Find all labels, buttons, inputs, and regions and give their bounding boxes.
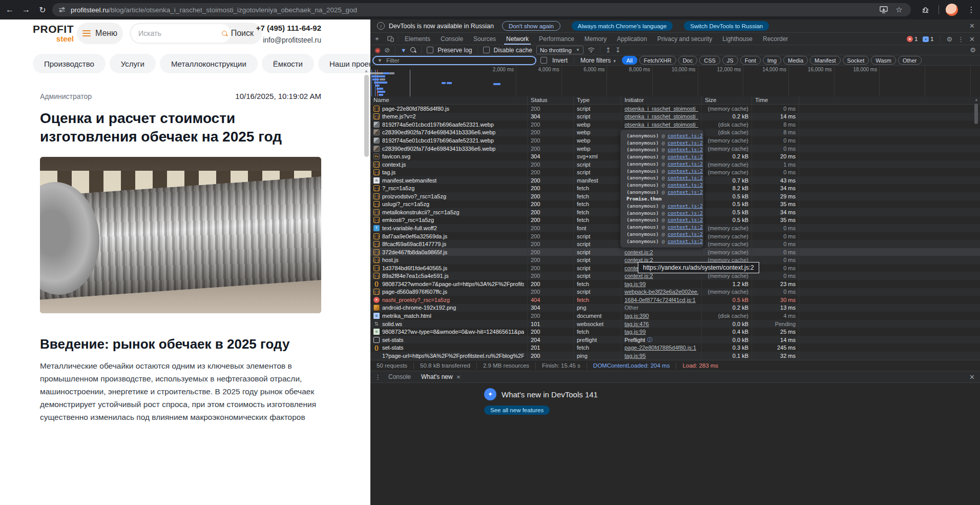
network-request-row[interactable]: {··}theme.js?v=2304scriptotsenka_i_rasch… (370, 113, 980, 121)
nav-item[interactable]: Ёмкости (262, 54, 314, 73)
tab-recorder[interactable]: Recorder (758, 33, 793, 45)
match-language-button[interactable]: Always match Chrome's language (572, 21, 673, 31)
device-toolbar-icon[interactable] (384, 33, 397, 45)
chip-doc[interactable]: Doc (678, 56, 698, 65)
nav-item[interactable]: Металлоконструкции (160, 54, 258, 73)
page-scrollbar[interactable] (364, 75, 369, 157)
stack-frame-link[interactable]: context.js:2 (668, 140, 703, 146)
stack-frame-link[interactable]: context.js:2 (668, 168, 703, 174)
initiator-link[interactable]: webpack-be3f23e6a2e002ee.js:1 (624, 289, 698, 295)
chip-fetch-xhr[interactable]: Fetch/XHR (639, 56, 676, 65)
tab-lighthouse[interactable]: Lighthouse (717, 33, 758, 45)
chip-manifest[interactable]: Manifest (810, 56, 841, 65)
throttling-select[interactable]: No throttling▼ (536, 46, 583, 54)
summary-item[interactable]: DOMContentLoaded: 204 ms (587, 362, 677, 369)
settings-gear-icon[interactable]: ⚙ (946, 35, 952, 43)
stack-frame-link[interactable]: context.js:2 (668, 182, 703, 188)
column-header-time[interactable]: Time (752, 96, 799, 104)
tab-elements[interactable]: Elements (400, 33, 435, 45)
tab-performance[interactable]: Performance (534, 33, 579, 45)
preserve-log-checkbox[interactable] (427, 47, 433, 53)
network-request-row[interactable]: 8192f74a5e01cbcd197b696aafe52321.webp200… (370, 120, 980, 129)
install-icon[interactable] (877, 3, 890, 16)
stack-frame-link[interactable]: context.js:2 (668, 161, 703, 167)
table-scrollbar[interactable] (974, 104, 978, 124)
phone-number[interactable]: +7 (495) 111-64-92 (256, 24, 321, 32)
initiator-link[interactable]: otsenka_i_raschet_stoimosti_izgotov (624, 113, 698, 119)
stack-frame-link[interactable]: context.js:2 (668, 133, 703, 138)
nav-item[interactable]: Производство (33, 54, 106, 73)
summary-item[interactable]: Load: 283 ms (676, 362, 724, 369)
initiator-link[interactable]: context.js:2 (624, 249, 653, 255)
drawer-close-icon[interactable]: ✕ (969, 373, 975, 381)
network-request-row[interactable]: {··}page-d560a8976f607ffc.js200scriptweb… (370, 288, 980, 296)
import-har-icon[interactable]: ↥ (606, 46, 611, 54)
clear-network-log-icon[interactable]: ⊘ (384, 46, 390, 54)
stack-frame-link[interactable]: context.js:2 (668, 147, 703, 152)
invert-checkbox[interactable] (540, 57, 547, 64)
disable-cache-checkbox[interactable] (483, 47, 490, 53)
back-button[interactable]: ← (3, 3, 16, 16)
stack-frame-link[interactable]: context.js:2 (668, 231, 703, 237)
chip-font[interactable]: Font (740, 56, 761, 65)
chip-wasm[interactable]: Wasm (871, 56, 896, 65)
scrollbar-up-arrow[interactable]: ▲ (364, 69, 368, 73)
drawer-tab-whats-new[interactable]: What's new ✕ (416, 371, 466, 382)
column-header-name[interactable]: Name (370, 96, 528, 104)
infobar-close-icon[interactable]: ✕ (969, 22, 975, 30)
network-request-row[interactable]: {}98087342?wmode=7&page-url=https%3A%2F%… (370, 280, 980, 288)
profile-avatar[interactable] (946, 4, 958, 16)
chip-all[interactable]: All (622, 56, 637, 65)
email-link[interactable]: info@profitsteel.ru (256, 36, 321, 44)
chip-other[interactable]: Other (898, 56, 922, 65)
forward-button[interactable]: → (19, 3, 33, 16)
column-header-status[interactable]: Status (528, 96, 574, 104)
extensions-icon[interactable] (919, 3, 932, 16)
error-count-badge[interactable]: ✕ 1 (907, 36, 918, 42)
stack-frame-link[interactable]: context.js:2 (668, 238, 703, 244)
inspect-element-icon[interactable]: ⌖ (370, 33, 384, 45)
browser-menu-icon[interactable]: ⋮ (965, 3, 978, 16)
switch-russian-button[interactable]: Switch DevTools to Russian (684, 21, 769, 31)
network-request-row[interactable]: set-stats204preflightPreflightⓘ0.0 kB14 … (370, 336, 980, 344)
chip-js[interactable]: JS (722, 56, 738, 65)
more-filters-button[interactable]: More filters ▼ (580, 57, 617, 64)
initiator-link[interactable]: 1684-0ef8774c724f41cd.js:1 (624, 297, 696, 303)
network-request-row[interactable]: {··}page-22e80fd7885d4f80.js200scriptots… (370, 105, 980, 113)
bookmark-star-icon[interactable]: ☆ (892, 3, 906, 16)
chip-css[interactable]: CSS (699, 56, 720, 65)
network-settings-icon[interactable]: ⚙ (970, 46, 976, 54)
network-request-row[interactable]: ≣metrika_match.html200documenttag.js:390… (370, 312, 980, 320)
initiator-link[interactable]: tag.js:99 (624, 281, 646, 287)
drawer-menu-icon[interactable]: ⋮ (374, 373, 381, 381)
network-search-icon[interactable] (410, 47, 416, 53)
export-har-icon[interactable]: ↧ (615, 46, 621, 54)
tab-application[interactable]: Application (612, 33, 652, 45)
initiator-link[interactable]: context.js:2 (624, 273, 653, 279)
network-request-row[interactable]: android-chrome-192x192.png304pngOther0.2… (370, 304, 980, 312)
stack-frame-link[interactable]: context.js:2 (668, 217, 703, 223)
filter-funnel-icon[interactable]: ▼ (401, 47, 406, 53)
stack-frame-link[interactable]: context.js:2 (668, 175, 703, 180)
network-conditions-icon[interactable] (588, 47, 595, 53)
chip-img[interactable]: Img (763, 56, 781, 65)
search-button[interactable]: Поиск (216, 23, 260, 44)
tab-privacy-and-security[interactable]: Privacy and security (652, 33, 717, 45)
network-overview-timeline[interactable]: 2,000 ms4,000 ms6,000 ms8,000 ms10,000 m… (370, 66, 980, 97)
column-header-size[interactable]: Size (702, 96, 752, 104)
tab-memory[interactable]: Memory (579, 33, 612, 45)
dont-show-again-button[interactable]: Don't show again (502, 21, 560, 31)
network-request-row[interactable]: {}set-stats201fetchpage-22e80fd7885d4f80… (370, 344, 980, 352)
issues-count-badge[interactable]: ▪ 1 (923, 36, 933, 42)
reload-button[interactable]: ↻ (36, 3, 49, 16)
network-request-row[interactable]: {··}372de467fb8da0a9865f.js200scriptcont… (370, 248, 980, 256)
network-request-row[interactable]: ✕nashi_proekty?_rsc=1a5zg404fetch1684-0e… (370, 296, 980, 304)
initiator-link[interactable]: otsenka_i_raschet_stoimosti_izgotov (624, 106, 698, 112)
network-request-row[interactable]: ⇅solid.ws101websockettag.js:4760.0 kBPen… (370, 320, 980, 328)
site-settings-icon[interactable] (58, 6, 66, 13)
stack-frame-link[interactable]: context.js:2 (668, 203, 703, 209)
initiator-link[interactable]: tag.js:390 (624, 313, 649, 319)
site-logo[interactable]: PROFIT steel (33, 24, 74, 43)
initiator-link[interactable]: page-22e80fd7885d4f80.js:1 (624, 345, 696, 351)
network-request-row[interactable]: 1?page-url=https%3A%2F%2Fprofitsteel.ru%… (370, 352, 980, 360)
